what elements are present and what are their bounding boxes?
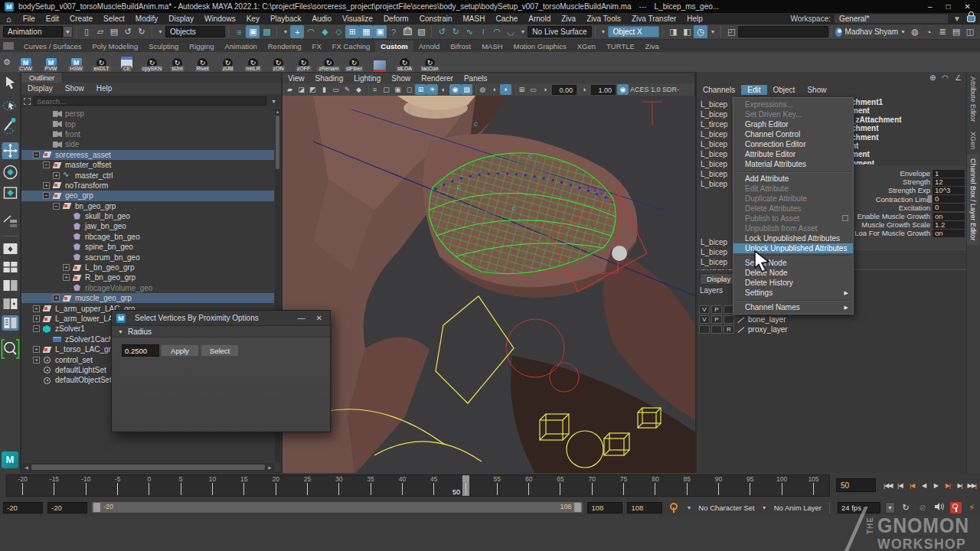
expander-icon[interactable]: − <box>33 152 40 158</box>
outliner-filter-icon[interactable] <box>24 98 31 105</box>
timeline-tick[interactable]: 35 <box>354 475 386 496</box>
outliner-tree-row[interactable]: ribcageVolume_geo <box>21 283 274 293</box>
outliner-tree-row[interactable]: + muscle_geo_grp <box>21 293 274 303</box>
color-space-label[interactable]: ACES 1.0 SDR- <box>630 86 679 93</box>
signed-in-user[interactable]: Madhav Shyam <box>845 28 898 36</box>
node-editor-icon[interactable]: ≣ <box>936 25 949 38</box>
select-component-icon[interactable]: ▩ <box>260 25 273 38</box>
objects-filter-field[interactable]: Objects <box>165 26 226 37</box>
gamma-icon[interactable]: ◑ <box>578 84 590 95</box>
layout-single-pane-icon[interactable] <box>4 243 18 254</box>
set-key-icon[interactable] <box>667 502 679 514</box>
menu-item[interactable]: Playback <box>265 15 307 23</box>
menu-set-selector[interactable]: Animation <box>3 26 63 37</box>
shelf-tab[interactable]: Poly Modeling <box>87 41 144 52</box>
no-live-surface-field[interactable]: No Live Surface <box>528 26 591 37</box>
viewport-menu-item[interactable]: Lighting <box>348 74 386 83</box>
viewport-menu-item[interactable]: Panels <box>459 74 493 83</box>
field-chart-icon[interactable]: ⊞ <box>516 84 528 95</box>
edit-menu-item[interactable]: Graph Editor ▶ <box>733 119 853 129</box>
speed-ramp-icon[interactable]: ◠ <box>942 73 949 82</box>
outliner-tree-row[interactable]: spine_bn_geo <box>21 242 274 252</box>
layout-outliner-persp-icon[interactable] <box>2 315 19 331</box>
quick-select-icon[interactable]: ◰ <box>724 25 738 38</box>
image-plane-icon[interactable]: ▭ <box>330 84 341 95</box>
edit-menu-item[interactable]: Set Driven Key... ▶ <box>733 109 853 119</box>
output-connection-icon[interactable]: ◧ <box>680 25 694 38</box>
history-caret-icon[interactable]: ▼ <box>518 29 528 34</box>
attribute-value-field[interactable]: 0 <box>933 195 965 203</box>
layer-editor-tab[interactable]: Display <box>700 273 737 285</box>
select-tool-icon[interactable] <box>6 77 15 90</box>
outliner-menu-item[interactable]: Display <box>21 84 59 93</box>
color-management-icon[interactable]: ◉ <box>617 84 629 95</box>
timeline-tick[interactable]: 15 <box>228 475 260 496</box>
resolution-gate-icon[interactable]: ▭ <box>528 84 539 95</box>
menu-item[interactable]: MASH <box>458 15 491 23</box>
expander-icon[interactable]: + <box>63 274 70 281</box>
expander-icon[interactable]: + <box>53 172 60 179</box>
outliner-tree-row[interactable]: − bn_geo_grp <box>21 201 274 211</box>
shelf-tab[interactable]: Rigging <box>184 41 219 52</box>
attribute-value-field[interactable]: 10^3 <box>933 187 965 194</box>
edit-menu-item[interactable]: Lock Unpublished Attributes ▶ <box>733 233 853 243</box>
menu-item[interactable]: Arnold <box>523 15 556 23</box>
layout-four-pane-icon[interactable] <box>4 262 18 272</box>
viewport-menu-item[interactable]: Renderer <box>416 74 459 83</box>
sidebar-tab[interactable]: Attribute Editor <box>967 72 979 127</box>
edit-menu-item[interactable]: Unlock Unpublished Attributes ▶ <box>733 243 853 253</box>
menu-item[interactable]: Deform <box>378 15 414 23</box>
shaded-wire-icon[interactable]: ⊞ <box>415 84 426 95</box>
menu-item[interactable]: Select <box>98 15 130 23</box>
shelf-tab[interactable]: XGen <box>572 41 601 52</box>
undo-icon[interactable]: ↺ <box>121 25 135 38</box>
snap-caret-icon[interactable]: ▼ <box>280 29 290 34</box>
history-off-icon[interactable]: ↻ <box>449 25 462 38</box>
hypershade-icon[interactable]: ▤ <box>949 25 963 38</box>
character-set-caret-icon[interactable]: ▼ <box>684 505 694 510</box>
attribute-value-field[interactable]: on <box>933 213 965 220</box>
shelf-tab[interactable]: Sculpting <box>143 41 184 52</box>
shelf-button-zoff[interactable]: zOFF <box>291 53 316 72</box>
outliner-tree-row[interactable]: front <box>21 129 274 139</box>
camera-attrs-icon[interactable]: ◩ <box>307 84 318 95</box>
shelf-button-hsw[interactable]: HSW <box>64 53 89 72</box>
scroll-right-icon[interactable]: ▶ <box>266 465 274 470</box>
play-forwards-button[interactable]: ▶ <box>930 478 942 492</box>
edit-menu-item[interactable]: Unpublish from Asset ▶ <box>733 223 853 233</box>
textured-icon[interactable]: ▣ <box>392 84 403 95</box>
outliner-tree-row[interactable]: sacrum_bn_geo <box>21 252 274 262</box>
menu-item[interactable]: Ziva Tools <box>581 15 626 23</box>
symmetry-field[interactable]: Object X <box>608 26 659 37</box>
menu-item[interactable]: Display <box>163 15 199 23</box>
select-hierarchy-icon[interactable]: ≡ <box>232 25 246 38</box>
sidebar-tab[interactable]: XGen <box>967 127 979 154</box>
go-to-end-button[interactable]: ▶▶| <box>965 478 978 492</box>
expander-icon[interactable]: + <box>33 346 40 353</box>
shelf-tab[interactable]: TURTLE <box>601 41 640 52</box>
expander-icon[interactable]: + <box>53 295 60 302</box>
new-scene-icon[interactable]: ▯ <box>80 25 93 38</box>
outliner-menu-item[interactable]: Help <box>90 84 119 93</box>
input-node[interactable]: chment <box>851 133 968 142</box>
shelf-button-slfiber[interactable]: slFiber <box>341 53 367 72</box>
timeline-tick[interactable]: -20 <box>7 475 38 496</box>
display-layer-row[interactable]: R proxy_layer <box>699 324 964 334</box>
expander-icon[interactable]: + <box>33 315 40 322</box>
snap-curve-icon[interactable]: ◠ <box>304 25 318 38</box>
expander-icon[interactable]: − <box>33 325 40 332</box>
show-menu[interactable]: Show <box>801 85 832 95</box>
timeline-tick[interactable]: 50 50 <box>449 475 481 496</box>
timeline-ruler[interactable]: -20 -15 -10 -5 0 <box>6 474 830 497</box>
layer-playback-toggle[interactable]: P <box>711 305 722 314</box>
timeline-tick[interactable]: 20 <box>260 475 292 496</box>
timeline-tick[interactable]: 0 <box>133 475 165 496</box>
layer-color-icon[interactable] <box>737 326 745 334</box>
timeline-tick[interactable]: 40 <box>387 475 418 496</box>
edit-menu-item[interactable]: Duplicate Attribute ▶ <box>733 194 853 204</box>
layer-visibility-toggle[interactable]: V <box>699 305 710 314</box>
open-scene-icon[interactable]: ▱ <box>93 25 107 38</box>
render-view-icon[interactable]: ◍ <box>908 25 922 38</box>
select-object-icon[interactable]: ▣ <box>246 25 260 38</box>
current-frame-field[interactable]: 50 <box>836 478 876 492</box>
